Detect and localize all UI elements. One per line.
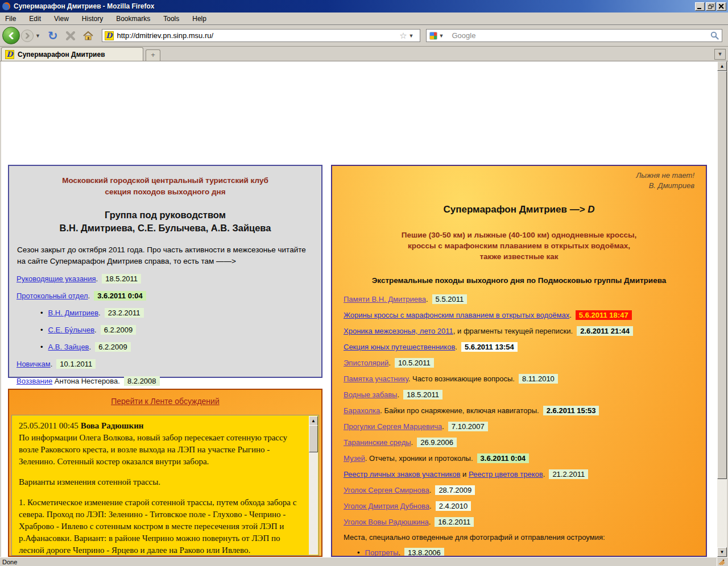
magnifier-icon[interactable] <box>710 31 719 40</box>
link-row: Прогулки Сергея Марцевича.7.10.2007 <box>344 422 694 431</box>
club-panel: Московский городской центральный туристс… <box>8 165 322 378</box>
firefox-icon <box>2 2 11 11</box>
date-badge: 3.6.2011 0:04 <box>477 453 530 463</box>
feed-paragraph: По информации Олега Волкова, новый забор… <box>19 433 287 466</box>
content-link[interactable]: Уголок Дмитрия Дубнова <box>344 502 429 510</box>
content-link[interactable]: В.Н. Дмитриев <box>48 309 98 317</box>
navigation-toolbar: ▼ ↻ D http://dmitriev.pn.sinp.msu.ru/ ☆ … <box>0 25 728 47</box>
menu-history[interactable]: History <box>80 14 105 24</box>
stop-icon[interactable] <box>66 31 75 40</box>
content-link[interactable]: Хроника межсезонья, лето 2011 <box>344 327 453 335</box>
content-link[interactable]: А.В. Зайцев <box>48 343 89 351</box>
content-link[interactable]: Новичкам <box>16 360 51 368</box>
scrollbar-thumb[interactable] <box>309 425 318 452</box>
content-link[interactable]: Уголок Сергея Смирнова <box>344 486 429 494</box>
tab-favicon: D <box>5 50 14 59</box>
url-text[interactable]: http://dmitriev.pn.sinp.msu.ru/ <box>117 31 400 40</box>
link-row: Уголок Сергея Смирнова.28.7.2009 <box>344 485 694 495</box>
date-badge: 10.5.2011 <box>395 358 434 368</box>
content-link[interactable]: С.Е. Бу́лычев <box>48 326 94 334</box>
feed-header: Перейти к Ленте обсуждений <box>9 390 321 411</box>
link-row: Реестр личных знаков участников и Реестр… <box>344 469 694 479</box>
scroll-up-icon[interactable]: ▲ <box>309 416 318 426</box>
feed-post-meta: 25.05.2011 00:45 Вова Радюшкин По информ… <box>19 420 301 468</box>
link-row: Жорины кроссы с марафонским плаванием в … <box>344 310 694 320</box>
window-title: Супермарафон Дмитриев - Mozilla Firefox <box>14 2 694 10</box>
content-link[interactable]: Водные забавы <box>344 390 397 399</box>
menu-bookmarks[interactable]: Bookmarks <box>114 14 152 24</box>
address-bar[interactable]: D http://dmitriev.pn.sinp.msu.ru/ ☆ ▼ <box>102 29 420 42</box>
search-placeholder[interactable]: Google <box>452 31 710 40</box>
content-link[interactable]: Музей <box>344 454 365 463</box>
search-engine-dropdown-icon[interactable]: ▼ <box>439 33 444 39</box>
date-badge: 10.1.2011 <box>56 359 96 369</box>
reload-icon[interactable]: ↻ <box>48 29 58 43</box>
search-bar[interactable]: ▼ Google <box>426 29 722 42</box>
link-row: Секция юных путешественников.5.6.2011 13… <box>344 342 694 352</box>
content-link[interactable]: Воззвание <box>16 377 52 385</box>
tab-supermarafon[interactable]: D Супермарафон Дмитриев <box>1 47 143 61</box>
group-heading: Группа под руководством В.Н. Дмитриева, … <box>16 209 314 235</box>
subtitle: Пешие (30-50 км) и лыжные (40-100 км) од… <box>344 230 694 263</box>
date-badge: 8.2.2008 <box>124 376 160 386</box>
content-link[interactable]: Эпистолярий <box>344 359 388 367</box>
content-link[interactable]: Памятка участнику <box>344 374 408 383</box>
scroll-down-icon[interactable]: ▼ <box>717 547 727 557</box>
content-link[interactable]: Уголок Вовы Радюшкина <box>344 518 429 526</box>
content-link[interactable]: Памяти В.Н. Дмитриева <box>344 295 426 303</box>
date-badge: 18.5.2011 <box>102 274 141 284</box>
menu-help[interactable]: Help <box>191 14 208 24</box>
content-link[interactable]: Жорины кроссы с марафонским плаванием в … <box>344 311 569 319</box>
feed-link[interactable]: Перейти к Ленте обсуждений <box>111 397 220 406</box>
content-link[interactable]: Портреты <box>365 548 399 557</box>
content-link[interactable]: Реестр личных знаков участников <box>344 470 460 478</box>
close-button[interactable] <box>717 2 726 11</box>
history-dropdown-icon[interactable]: ▼ <box>35 33 40 39</box>
content-link[interactable]: Барахолка <box>344 406 380 415</box>
content-link[interactable]: Руководящие указания <box>16 274 96 283</box>
menu-file[interactable]: File <box>3 14 18 24</box>
content-link[interactable]: Секция юных путешественников <box>344 343 455 351</box>
menu-view[interactable]: View <box>52 14 71 24</box>
link-row: С.Е. Бу́лычев.6.2.2009 <box>40 325 314 335</box>
date-badge: 28.7.2009 <box>435 485 475 495</box>
content-link[interactable]: Таранинские среды <box>344 438 411 447</box>
link-row: Руководящие указания.18.5.2011 <box>16 274 314 284</box>
season-note: Сезон закрыт до октября 2011 года. Про ч… <box>17 244 313 267</box>
content-link[interactable]: Прогулки Сергея Марцевича <box>344 422 442 431</box>
content-link[interactable]: Протокольный отдел <box>16 292 88 300</box>
link-row: Портреты.13.8.2006 <box>357 548 694 557</box>
url-dropdown-icon[interactable]: ▼ <box>409 33 414 39</box>
home-icon[interactable] <box>83 31 93 40</box>
link-list: Памяти В.Н. Дмитриева.5.5.2011 Жорины кр… <box>344 294 694 527</box>
link-row: Воззвание Антона Нестерова.8.2.2008 <box>16 376 314 386</box>
date-badge: 2.6.2011 15:53 <box>543 406 599 415</box>
club-heading: Московский городской центральный туристс… <box>16 175 314 197</box>
menu-tools[interactable]: Tools <box>162 14 181 24</box>
new-tab-button[interactable]: + <box>146 49 160 61</box>
scroll-up-icon[interactable]: ▲ <box>717 61 727 71</box>
feed-post-author: Вова Радюшкин <box>81 421 144 430</box>
tagline: Экстремальные походы выходного дня по По… <box>344 276 694 285</box>
link-row: Новичкам.10.1.2011 <box>16 359 314 369</box>
scrollbar-thumb[interactable] <box>717 71 727 479</box>
date-badge: 3.6.2011 0:04 <box>94 291 146 301</box>
back-button[interactable] <box>2 27 20 44</box>
minimize-button[interactable] <box>695 2 705 11</box>
status-text: Done <box>2 559 717 565</box>
feed-scrollbar[interactable]: ▲ <box>309 416 318 555</box>
menu-edit[interactable]: Edit <box>27 14 43 24</box>
date-badge: 13.8.2006 <box>404 548 444 557</box>
list-all-tabs-icon[interactable]: ▼ <box>714 49 726 60</box>
restore-button[interactable] <box>706 2 715 11</box>
link-row: Барахолка. Байки про снаряжение, включая… <box>344 406 694 415</box>
content-link[interactable]: Реестр цветов треков <box>469 470 543 478</box>
date-badge: 2.4.2010 <box>436 501 471 511</box>
link-row: А.В. Зайцев.6.2.2009 <box>40 342 314 352</box>
forward-button[interactable] <box>21 30 34 42</box>
date-badge: 5.6.2011 13:54 <box>461 342 518 352</box>
bookmark-star-icon[interactable]: ☆ <box>399 31 407 41</box>
date-badge: 5.6.2011 18:47 <box>576 310 632 320</box>
browser-scrollbar[interactable]: ▲ ▼ <box>717 61 727 557</box>
resize-grip-icon[interactable] <box>717 558 726 566</box>
